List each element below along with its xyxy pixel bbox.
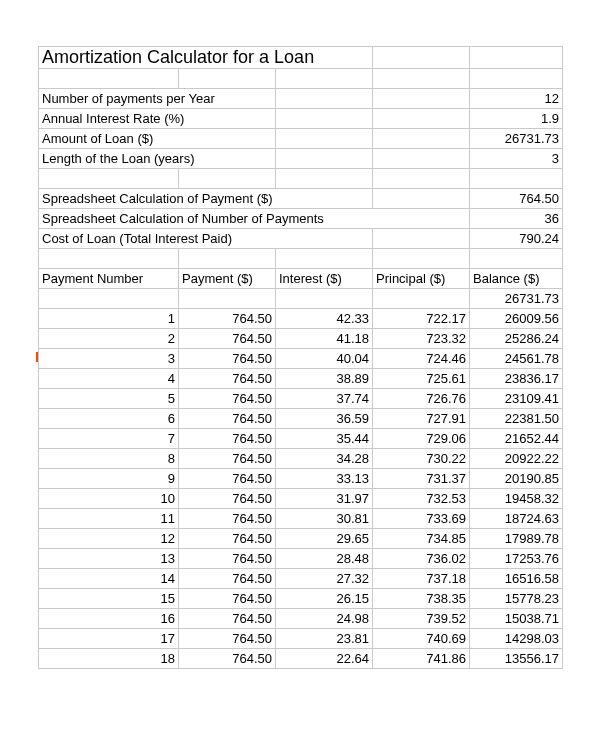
table-cell-payment: 764.50 bbox=[179, 489, 276, 509]
table-cell-interest: 38.89 bbox=[276, 369, 373, 389]
table-cell-interest: 34.28 bbox=[276, 449, 373, 469]
table-cell-interest: 31.97 bbox=[276, 489, 373, 509]
table-cell-interest: 23.81 bbox=[276, 629, 373, 649]
table-cell-principal: 738.35 bbox=[373, 589, 470, 609]
table-cell-payment: 764.50 bbox=[179, 629, 276, 649]
table-cell-payment: 764.50 bbox=[179, 449, 276, 469]
table-cell-interest: 24.98 bbox=[276, 609, 373, 629]
label-payments-per-year: Number of payments per Year bbox=[39, 89, 276, 109]
table-cell-interest: 22.64 bbox=[276, 649, 373, 669]
table-cell-number: 5 bbox=[39, 389, 179, 409]
table-cell-balance: 19458.32 bbox=[470, 489, 563, 509]
table-cell-principal: 727.91 bbox=[373, 409, 470, 429]
label-calc-cost: Cost of Loan (Total Interest Paid) bbox=[39, 229, 373, 249]
table-cell-number: 14 bbox=[39, 569, 179, 589]
table-cell-payment: 764.50 bbox=[179, 649, 276, 669]
table-cell-interest: 42.33 bbox=[276, 309, 373, 329]
table-cell-interest: 33.13 bbox=[276, 469, 373, 489]
table-cell-interest: 40.04 bbox=[276, 349, 373, 369]
table-cell-principal: 737.18 bbox=[373, 569, 470, 589]
table-cell-number: 8 bbox=[39, 449, 179, 469]
table-cell-principal: 731.37 bbox=[373, 469, 470, 489]
table-cell-interest: 36.59 bbox=[276, 409, 373, 429]
table-cell-number: 1 bbox=[39, 309, 179, 329]
table-cell-principal: 729.06 bbox=[373, 429, 470, 449]
table-cell-number: 4 bbox=[39, 369, 179, 389]
table-cell-number: 11 bbox=[39, 509, 179, 529]
value-start-balance: 26731.73 bbox=[470, 289, 563, 309]
table-cell-payment: 764.50 bbox=[179, 569, 276, 589]
table-cell-number: 12 bbox=[39, 529, 179, 549]
table-cell-balance: 23836.17 bbox=[470, 369, 563, 389]
value-calc-payment: 764.50 bbox=[470, 189, 563, 209]
table-cell-payment: 764.50 bbox=[179, 609, 276, 629]
table-cell-balance: 25286.24 bbox=[470, 329, 563, 349]
table-cell-interest: 35.44 bbox=[276, 429, 373, 449]
document-title: Amortization Calculator for a Loan bbox=[39, 47, 373, 69]
table-cell-interest: 29.65 bbox=[276, 529, 373, 549]
table-cell-balance: 18724.63 bbox=[470, 509, 563, 529]
table-cell-principal: 734.85 bbox=[373, 529, 470, 549]
table-cell-number: 2 bbox=[39, 329, 179, 349]
table-cell-balance: 23109.41 bbox=[470, 389, 563, 409]
col-header-interest: Interest ($) bbox=[276, 269, 373, 289]
table-cell-number: 10 bbox=[39, 489, 179, 509]
amortization-table: Amortization Calculator for a LoanNumber… bbox=[38, 46, 563, 669]
table-cell-interest: 41.18 bbox=[276, 329, 373, 349]
table-cell-payment: 764.50 bbox=[179, 329, 276, 349]
table-cell-principal: 740.69 bbox=[373, 629, 470, 649]
table-cell-number: 7 bbox=[39, 429, 179, 449]
table-cell-payment: 764.50 bbox=[179, 409, 276, 429]
table-cell-payment: 764.50 bbox=[179, 389, 276, 409]
table-cell-interest: 27.32 bbox=[276, 569, 373, 589]
value-length: 3 bbox=[470, 149, 563, 169]
table-cell-balance: 16516.58 bbox=[470, 569, 563, 589]
table-cell-balance: 22381.50 bbox=[470, 409, 563, 429]
value-payments-per-year: 12 bbox=[470, 89, 563, 109]
table-cell-principal: 725.61 bbox=[373, 369, 470, 389]
table-cell-principal: 739.52 bbox=[373, 609, 470, 629]
table-cell-principal: 741.86 bbox=[373, 649, 470, 669]
table-cell-interest: 28.48 bbox=[276, 549, 373, 569]
table-cell-payment: 764.50 bbox=[179, 549, 276, 569]
table-cell-number: 18 bbox=[39, 649, 179, 669]
value-annual-rate: 1.9 bbox=[470, 109, 563, 129]
table-cell-principal: 723.32 bbox=[373, 329, 470, 349]
table-cell-number: 9 bbox=[39, 469, 179, 489]
table-cell-balance: 13556.17 bbox=[470, 649, 563, 669]
table-cell-interest: 26.15 bbox=[276, 589, 373, 609]
table-cell-interest: 37.74 bbox=[276, 389, 373, 409]
table-cell-principal: 736.02 bbox=[373, 549, 470, 569]
cell bbox=[373, 47, 470, 69]
table-cell-payment: 764.50 bbox=[179, 429, 276, 449]
table-cell-balance: 21652.44 bbox=[470, 429, 563, 449]
table-cell-principal: 732.53 bbox=[373, 489, 470, 509]
table-cell-balance: 15778.23 bbox=[470, 589, 563, 609]
table-cell-principal: 726.76 bbox=[373, 389, 470, 409]
table-cell-balance: 15038.71 bbox=[470, 609, 563, 629]
table-cell-payment: 764.50 bbox=[179, 589, 276, 609]
table-cell-balance: 20922.22 bbox=[470, 449, 563, 469]
value-calc-cost: 790.24 bbox=[470, 229, 563, 249]
table-cell-payment: 764.50 bbox=[179, 349, 276, 369]
label-calc-payment: Spreadsheet Calculation of Payment ($) bbox=[39, 189, 373, 209]
label-length: Length of the Loan (years) bbox=[39, 149, 276, 169]
table-cell-balance: 20190.85 bbox=[470, 469, 563, 489]
table-cell-principal: 730.22 bbox=[373, 449, 470, 469]
table-cell-payment: 764.50 bbox=[179, 369, 276, 389]
col-header-payment: Payment ($) bbox=[179, 269, 276, 289]
table-cell-balance: 14298.03 bbox=[470, 629, 563, 649]
table-cell-principal: 722.17 bbox=[373, 309, 470, 329]
label-annual-rate: Annual Interest Rate (%) bbox=[39, 109, 276, 129]
table-cell-number: 17 bbox=[39, 629, 179, 649]
table-cell-balance: 26009.56 bbox=[470, 309, 563, 329]
table-cell-number: 6 bbox=[39, 409, 179, 429]
col-header-payment-number: Payment Number bbox=[39, 269, 179, 289]
col-header-balance: Balance ($) bbox=[470, 269, 563, 289]
table-cell-payment: 764.50 bbox=[179, 469, 276, 489]
cell bbox=[470, 47, 563, 69]
table-cell-number: 15 bbox=[39, 589, 179, 609]
label-calc-num-payments: Spreadsheet Calculation of Number of Pay… bbox=[39, 209, 470, 229]
table-cell-balance: 17989.78 bbox=[470, 529, 563, 549]
table-cell-number: 16 bbox=[39, 609, 179, 629]
